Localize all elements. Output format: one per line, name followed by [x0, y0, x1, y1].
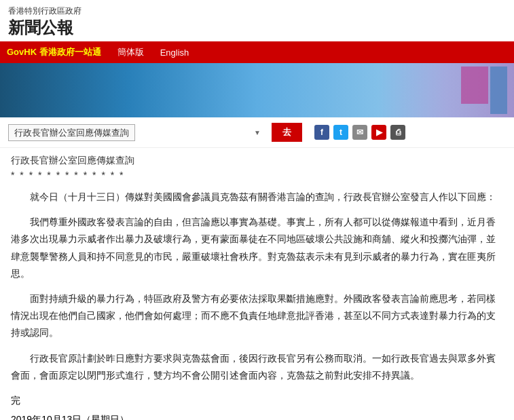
govhk-text: GovHK 香港政府一站通: [7, 46, 101, 58]
select-wrapper: 行政長官辦公室回應傳媒查詢: [8, 124, 266, 141]
simp-chinese-link[interactable]: 簡体版: [109, 41, 152, 63]
youtube-icon[interactable]: ▶: [371, 125, 386, 140]
facebook-icon[interactable]: f: [314, 125, 329, 140]
header-subtitle: 香港特別行政區政府: [8, 5, 506, 17]
twitter-icon[interactable]: t: [333, 125, 348, 140]
logo-left-block: [461, 66, 488, 104]
banner-logo: [461, 66, 507, 114]
english-link[interactable]: English: [152, 41, 198, 63]
article-para-0: 就今日（十月十三日）傳媒對美國國會參議員克魯茲有關香港言論的查詢，行政長官辦公室…: [11, 189, 503, 206]
article-body: 就今日（十月十三日）傳媒對美國國會參議員克魯茲有關香港言論的查詢，行政長官辦公室…: [11, 189, 503, 384]
article-content: 行政長官辦公室回應傳媒查詢 * * * * * * * * * * * * * …: [0, 148, 514, 420]
date-line1: 2019年10月13日（星期日）: [11, 411, 503, 420]
govhk-logo[interactable]: GovHK 香港政府一站通: [0, 41, 109, 63]
toolbar: 行政長官辦公室回應傳媒查詢 去 f t ✉ ▶ ⎙: [0, 117, 514, 148]
article-para-1: 我們尊重外國政客發表言論的自由，但言論應以事實為基礎。事實上，所有人都可以從傳媒…: [11, 214, 503, 282]
social-icons: f t ✉ ▶ ⎙: [314, 125, 405, 140]
email-icon[interactable]: ✉: [352, 125, 367, 140]
print-icon[interactable]: ⎙: [390, 125, 405, 140]
page-header: 香港特別行政區政府 新聞公報: [0, 0, 514, 41]
dept-select[interactable]: 行政長官辦公室回應傳媒查詢: [8, 124, 135, 141]
article-para-2: 面對持續升級的暴力行為，特區政府及警方有必要依法採取果斷措施應對。外國政客發表言…: [11, 290, 503, 342]
article-para-3: 行政長官原計劃於昨日應對方要求與克魯茲會面，後因行政長官另有公務而取消。一如行政…: [11, 350, 503, 384]
banner: [0, 63, 514, 117]
end-mark: 完: [11, 395, 503, 407]
article-stars: * * * * * * * * * * * * *: [11, 170, 503, 180]
logo-right-block: [490, 66, 507, 114]
header-title: 新聞公報: [8, 17, 506, 39]
article-section-title: 行政長官辦公室回應傳媒查詢: [11, 155, 503, 167]
nav-bar: GovHK 香港政府一站通 簡体版 English: [0, 41, 514, 63]
go-button[interactable]: 去: [272, 123, 302, 142]
